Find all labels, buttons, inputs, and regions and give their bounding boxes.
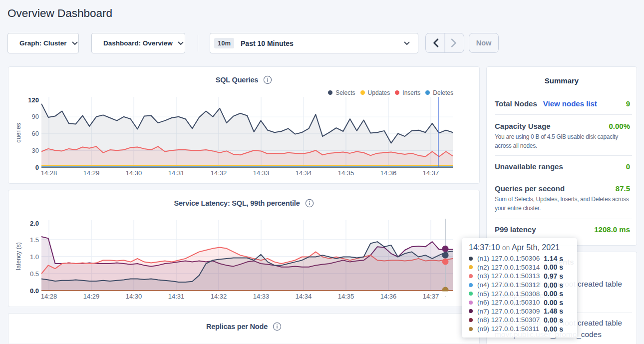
- svg-text:0.0: 0.0: [30, 287, 39, 295]
- svg-text:14:34: 14:34: [296, 169, 312, 177]
- svg-text:14:33: 14:33: [253, 293, 270, 300]
- svg-text:0: 0: [35, 164, 39, 171]
- svg-text:14:34: 14:34: [296, 293, 312, 300]
- svg-text:14:33: 14:33: [253, 169, 270, 177]
- svg-text:90: 90: [32, 113, 39, 120]
- svg-text:14:29: 14:29: [83, 169, 100, 177]
- svg-text:14:30: 14:30: [126, 169, 142, 177]
- svg-text:0.5: 0.5: [30, 270, 39, 278]
- svg-text:14:31: 14:31: [168, 169, 185, 177]
- svg-text:14:35: 14:35: [338, 169, 354, 177]
- svg-text:14:28: 14:28: [41, 169, 57, 177]
- svg-text:14:29: 14:29: [83, 293, 100, 300]
- svg-text:1.5: 1.5: [30, 236, 39, 244]
- svg-text:queries: queries: [15, 123, 22, 142]
- svg-text:14:37: 14:37: [423, 169, 439, 177]
- svg-text:14:37: 14:37: [423, 293, 439, 300]
- svg-text:120: 120: [28, 96, 39, 104]
- svg-text:30: 30: [32, 147, 39, 154]
- svg-text:14:28: 14:28: [41, 293, 57, 300]
- svg-text:14:32: 14:32: [211, 169, 227, 177]
- svg-text:14:30: 14:30: [126, 293, 142, 300]
- svg-text:2.0: 2.0: [30, 220, 39, 227]
- svg-text:60: 60: [32, 130, 39, 137]
- svg-text:1.0: 1.0: [30, 253, 39, 261]
- svg-text:14:31: 14:31: [168, 293, 185, 300]
- svg-text:latency (s): latency (s): [15, 242, 22, 270]
- svg-text:14:36: 14:36: [380, 293, 397, 300]
- svg-text:14:36: 14:36: [380, 169, 397, 177]
- svg-text:14:32: 14:32: [211, 293, 227, 300]
- svg-text:14:35: 14:35: [338, 293, 354, 300]
